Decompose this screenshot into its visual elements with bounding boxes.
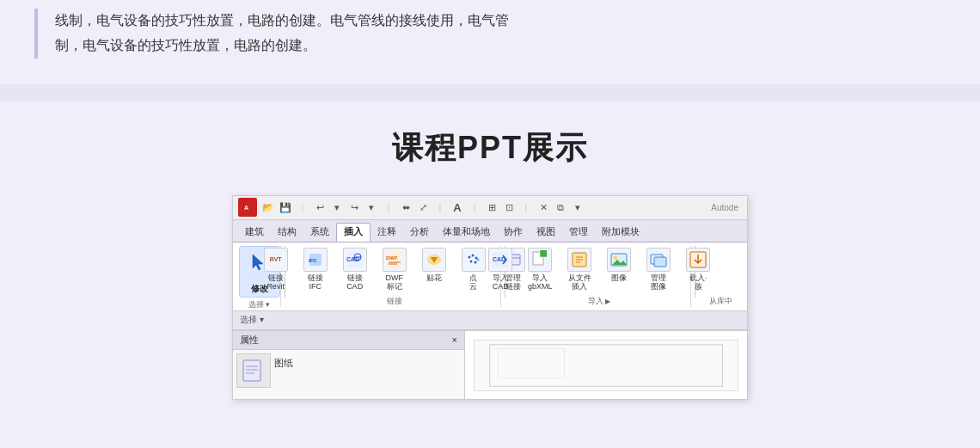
top-text: 线制，电气设备的技巧性放置，电路的创建。电气管线的接线使用，电气管 制，电气设备… <box>55 9 509 58</box>
link-revit-button[interactable]: RVT 链接Revit <box>258 246 294 294</box>
properties-body: 图纸 <box>233 350 464 391</box>
properties-title: 属性 <box>240 334 259 347</box>
dwf-button[interactable]: DWF DWF标记 <box>377 246 413 294</box>
ribbon-group-import: CAD 导入CAD <box>508 246 691 307</box>
toolbar-sep5: | <box>518 199 534 215</box>
insert-file-button[interactable]: 从文件插入 <box>561 246 597 294</box>
status-select[interactable]: 选择 ▾ <box>240 314 264 326</box>
image-button[interactable]: 图像 <box>601 246 637 285</box>
import-gbxml-icon <box>528 248 552 272</box>
decal-button[interactable]: 贴花 <box>416 246 452 285</box>
svg-point-18 <box>469 260 472 262</box>
toolbar-grid1[interactable]: ⊞ <box>484 199 499 215</box>
toolbar-save[interactable]: 💾 <box>278 199 293 215</box>
left-border <box>34 9 38 58</box>
svg-text:A: A <box>244 205 248 211</box>
dwf-label: DWF标记 <box>385 273 403 292</box>
dwf-icon: DWF <box>383 248 407 272</box>
image-label: 图像 <box>611 273 627 283</box>
svg-rect-43 <box>498 348 564 377</box>
section-title: 课程PPT展示 <box>34 127 946 169</box>
toolbar-redo[interactable]: ↪ <box>346 199 362 215</box>
tab-insert[interactable]: 插入 <box>336 223 371 242</box>
import-expand[interactable]: ▶ <box>605 298 610 305</box>
link-cad-button[interactable]: CAD 链接CAD <box>337 246 373 294</box>
tab-addins[interactable]: 附加模块 <box>595 223 646 242</box>
link-cad-icon: CAD <box>343 248 367 272</box>
svg-rect-38 <box>243 360 260 381</box>
svg-point-19 <box>474 261 476 263</box>
tab-annotate[interactable]: 注释 <box>371 223 403 242</box>
toolbar-x[interactable]: ✕ <box>536 199 551 215</box>
top-section: 线制，电气设备的技巧性放置，电路的创建。电气管线的接线使用，电气管 制，电气设备… <box>0 0 980 84</box>
svg-point-20 <box>476 258 479 261</box>
select-dropdown[interactable]: ▾ <box>266 300 270 309</box>
tab-structure[interactable]: 结构 <box>271 223 303 242</box>
group-label-import: 导入 ▶ <box>588 294 610 307</box>
link-ifc-icon: IFC <box>303 248 328 272</box>
screenshot-container: A 📂 💾 | ↩ ▾ ↪ ▾ | ⬌ ⤢ | A | ⊞ ⊡ | ✕ <box>232 195 748 400</box>
properties-header: 属性 × <box>233 331 464 350</box>
prop-item-label: 图纸 <box>274 353 293 388</box>
toolbar-text[interactable]: A <box>450 199 465 215</box>
toolbar-measure[interactable]: ⬌ <box>398 199 413 215</box>
toolbar-windows-dropdown[interactable]: ▾ <box>570 199 585 215</box>
link-cad-label: 链接CAD <box>346 273 363 292</box>
svg-rect-42 <box>490 344 723 385</box>
toolbar-icons: 📂 💾 | ↩ ▾ ↪ ▾ | ⬌ ⤢ | A | ⊞ ⊡ | ✕ ⧉ ▾ <box>260 199 707 215</box>
decal-icon <box>422 248 446 272</box>
ribbon-group-link: RVT 链接Revit IFC 链接IFC <box>289 246 501 307</box>
group-label-select: 选择 ▾ <box>248 298 270 310</box>
tab-view[interactable]: 视图 <box>530 223 562 242</box>
toolbar-sep3: | <box>432 199 448 215</box>
status-bar: 选择 ▾ <box>233 311 747 330</box>
point-cloud-icon <box>462 248 486 272</box>
manage-images-icon <box>646 248 671 272</box>
tab-system[interactable]: 系统 <box>303 223 336 242</box>
tab-manage[interactable]: 管理 <box>562 223 595 242</box>
tab-collaborate[interactable]: 协作 <box>497 223 530 242</box>
tab-architecture[interactable]: 建筑 <box>238 223 271 242</box>
insert-file-icon <box>567 248 591 272</box>
link-revit-label: 链接Revit <box>266 273 285 292</box>
svg-point-15 <box>468 255 470 258</box>
svg-point-16 <box>471 254 474 256</box>
toolbar-measure2[interactable]: ⤢ <box>415 199 431 215</box>
image-icon <box>607 248 631 272</box>
load-family-icon <box>686 248 710 272</box>
toolbar-separator1: | <box>295 199 310 215</box>
point-cloud-label: 点云 <box>469 273 477 292</box>
svg-text:IFC: IFC <box>309 258 317 263</box>
paragraph-line1: 线制，电气设备的技巧性放置，电路的创建。电气管线的接线使用，电气管 <box>55 9 509 34</box>
import-gbxml-label: 导入gbXML <box>528 273 553 292</box>
toolbar-open[interactable]: 📂 <box>260 199 276 215</box>
link-ifc-button[interactable]: IFC 链接IFC <box>297 246 334 294</box>
toolbar-redo-dropdown[interactable]: ▾ <box>364 199 379 215</box>
toolbar-undo[interactable]: ↩ <box>312 199 328 215</box>
properties-panel: 属性 × 图纸 <box>233 330 465 399</box>
toolbar-windows[interactable]: ⧉ <box>553 199 568 215</box>
main-section: 课程PPT展示 A 📂 💾 | ↩ ▾ ↪ ▾ | ⬌ ⤢ | <box>0 101 980 417</box>
svg-rect-36 <box>654 257 666 267</box>
tab-masssite[interactable]: 体量和场地 <box>436 223 497 242</box>
toolbar-grid2[interactable]: ⊡ <box>501 199 517 215</box>
import-cad-label: 导入CAD <box>493 273 509 292</box>
toolbar-undo-dropdown[interactable]: ▾ <box>329 199 345 215</box>
ribbon-content: 修改 选择 ▾ RVT 链接Revit <box>233 242 747 311</box>
link-ifc-label: 链接IFC <box>308 273 323 292</box>
group-label-link: 链接 <box>387 294 402 307</box>
prop-icon <box>236 353 271 388</box>
lower-section: 属性 × 图纸 <box>233 330 747 399</box>
drawing-area <box>465 330 747 399</box>
tab-analyze[interactable]: 分析 <box>403 223 436 242</box>
import-cad-icon: CAD <box>488 248 512 272</box>
section-divider <box>0 84 980 101</box>
properties-close[interactable]: × <box>452 334 457 345</box>
manage-images-label: 管理图像 <box>651 273 666 292</box>
toolbar-sep2: | <box>381 199 396 215</box>
svg-point-33 <box>614 256 617 260</box>
import-gbxml-button[interactable]: 导入gbXML <box>522 246 558 294</box>
toolbar-top: A 📂 💾 | ↩ ▾ ↪ ▾ | ⬌ ⤢ | A | ⊞ ⊡ | ✕ <box>233 196 747 220</box>
svg-text:DWF: DWF <box>386 255 398 261</box>
manage-images-button[interactable]: 管理图像 <box>640 246 677 294</box>
